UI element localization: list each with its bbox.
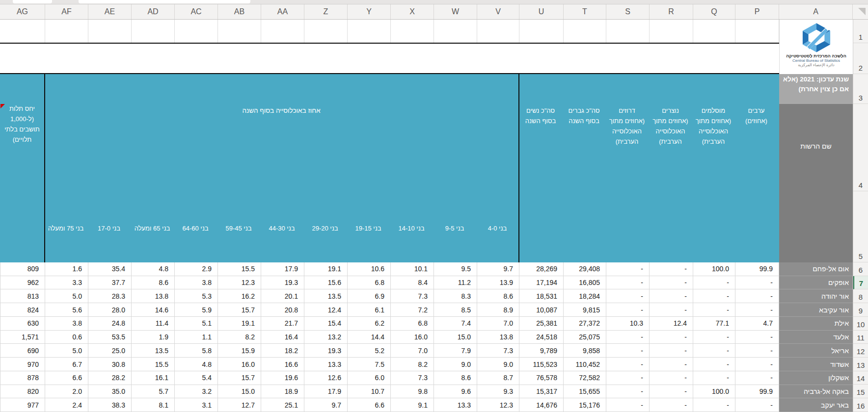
- data-cell[interactable]: 1.9: [132, 331, 175, 344]
- empty-cell[interactable]: [564, 20, 606, 43]
- data-cell[interactable]: 9.0: [434, 358, 477, 371]
- data-cell[interactable]: 18,531: [519, 289, 564, 303]
- data-cell[interactable]: -: [735, 303, 779, 317]
- age-group-header[interactable]: בני 14-10: [390, 224, 433, 233]
- data-cell[interactable]: 28,269: [519, 262, 564, 276]
- data-cell[interactable]: -: [735, 331, 779, 344]
- empty-cell[interactable]: [0, 20, 45, 43]
- data-cell[interactable]: -: [650, 303, 693, 317]
- age-group-header[interactable]: בני 19-15: [347, 224, 390, 233]
- data-cell[interactable]: 29,408: [564, 262, 606, 276]
- data-cell[interactable]: 19.1: [304, 262, 348, 276]
- data-cell[interactable]: 0.6: [45, 331, 88, 344]
- age-group-header[interactable]: בני 29-20: [303, 224, 347, 233]
- row-name-cell[interactable]: אלעד: [779, 331, 853, 344]
- data-cell[interactable]: 8.6: [477, 289, 519, 303]
- empty-cell[interactable]: [650, 20, 693, 43]
- data-cell[interactable]: 8.6: [434, 371, 477, 385]
- data-cell[interactable]: 5.9: [175, 303, 218, 317]
- column-header-U[interactable]: U: [519, 4, 564, 19]
- empty-cell[interactable]: [88, 20, 132, 43]
- data-cell[interactable]: 8.4: [391, 276, 434, 290]
- column-header-AA[interactable]: AA: [261, 4, 304, 19]
- data-cell[interactable]: 7.0: [477, 317, 519, 331]
- select-all-corner[interactable]: [853, 4, 868, 19]
- data-cell[interactable]: 12.4: [650, 317, 693, 331]
- data-cell[interactable]: 99.9: [735, 262, 779, 276]
- data-cell[interactable]: -: [735, 358, 779, 371]
- data-cell[interactable]: 5.0: [45, 344, 88, 358]
- data-cell[interactable]: 13.3: [434, 398, 477, 412]
- data-cell[interactable]: 2.0: [45, 385, 88, 399]
- data-cell[interactable]: 15.0: [218, 385, 261, 399]
- data-cell[interactable]: 100.0: [693, 385, 735, 399]
- row-name-cell[interactable]: באקה אל-גרביה: [779, 385, 853, 399]
- data-cell[interactable]: 16.0: [391, 331, 434, 344]
- column-header-Y[interactable]: Y: [348, 4, 391, 19]
- data-cell[interactable]: 3.1: [175, 398, 218, 412]
- data-cell[interactable]: 12.3: [477, 398, 519, 412]
- data-cell[interactable]: 2.4: [45, 398, 88, 412]
- data-cell[interactable]: -: [693, 371, 735, 385]
- row-name-cell[interactable]: אופקים: [779, 276, 853, 290]
- data-cell[interactable]: 9,858: [564, 344, 606, 358]
- data-cell[interactable]: 17.9: [304, 385, 348, 399]
- row-number[interactable]: 10: [853, 317, 868, 331]
- data-cell[interactable]: -: [606, 289, 650, 303]
- row-number[interactable]: 12: [853, 344, 868, 358]
- data-cell[interactable]: 37.7: [88, 276, 132, 290]
- row-name-cell[interactable]: אריאל: [779, 344, 853, 358]
- data-cell[interactable]: 3.8: [175, 276, 218, 290]
- authority-name-header-cell[interactable]: שם הרשות: [779, 104, 853, 262]
- data-cell[interactable]: 8.2: [218, 331, 261, 344]
- data-cell[interactable]: 15.5: [218, 262, 261, 276]
- row-number[interactable]: 8: [853, 289, 868, 303]
- data-cell[interactable]: 16.4: [261, 331, 304, 344]
- row-number[interactable]: 13: [853, 358, 868, 371]
- age-group-header[interactable]: בני 65 ומעלה: [131, 224, 174, 233]
- data-cell[interactable]: -: [650, 289, 693, 303]
- data-cell[interactable]: -: [606, 303, 650, 317]
- data-cell[interactable]: 6.2: [348, 317, 391, 331]
- data-cell[interactable]: 16.1: [132, 371, 175, 385]
- column-header-AD[interactable]: AD: [132, 4, 175, 19]
- data-cell[interactable]: 16.6: [261, 358, 304, 371]
- data-cell[interactable]: 7.3: [477, 344, 519, 358]
- data-cell[interactable]: 10.6: [348, 262, 391, 276]
- data-cell[interactable]: 6.6: [348, 398, 391, 412]
- column-header-AE[interactable]: AE: [88, 4, 132, 19]
- data-cell[interactable]: -: [650, 398, 693, 412]
- data-cell[interactable]: 20.1: [261, 289, 304, 303]
- data-cell[interactable]: 24.8: [88, 317, 132, 331]
- row-name-cell[interactable]: אום אל-פחם: [779, 262, 853, 276]
- data-cell[interactable]: 15.7: [218, 303, 261, 317]
- age-group-header[interactable]: בני 64-60: [174, 224, 217, 233]
- data-cell[interactable]: -: [735, 289, 779, 303]
- data-cell[interactable]: 809: [0, 262, 45, 276]
- row-number[interactable]: 1: [853, 20, 868, 43]
- empty-cell[interactable]: [477, 20, 519, 43]
- data-cell[interactable]: 24,518: [519, 331, 564, 344]
- empty-cell[interactable]: [45, 20, 88, 43]
- empty-cell[interactable]: [218, 20, 261, 43]
- data-cell[interactable]: -: [693, 303, 735, 317]
- data-cell[interactable]: 72,582: [564, 371, 606, 385]
- data-cell[interactable]: 813: [0, 289, 45, 303]
- data-cell[interactable]: 5.6: [45, 303, 88, 317]
- empty-cell[interactable]: [348, 20, 391, 43]
- empty-cell[interactable]: [261, 20, 304, 43]
- data-cell[interactable]: 13.8: [132, 289, 175, 303]
- data-cell[interactable]: -: [606, 385, 650, 399]
- data-cell[interactable]: 6.8: [348, 276, 391, 290]
- data-cell[interactable]: 18,284: [564, 289, 606, 303]
- data-cell[interactable]: 4.8: [175, 358, 218, 371]
- data-cell[interactable]: 6.1: [348, 303, 391, 317]
- data-cell[interactable]: 19.6: [261, 371, 304, 385]
- data-cell[interactable]: 35.0: [88, 385, 132, 399]
- data-cell[interactable]: -: [650, 358, 693, 371]
- data-cell[interactable]: 13.9: [477, 276, 519, 290]
- data-cell[interactable]: -: [735, 276, 779, 290]
- data-cell[interactable]: 15,317: [519, 385, 564, 399]
- data-cell[interactable]: 38.3: [88, 398, 132, 412]
- data-cell[interactable]: 25,381: [519, 317, 564, 331]
